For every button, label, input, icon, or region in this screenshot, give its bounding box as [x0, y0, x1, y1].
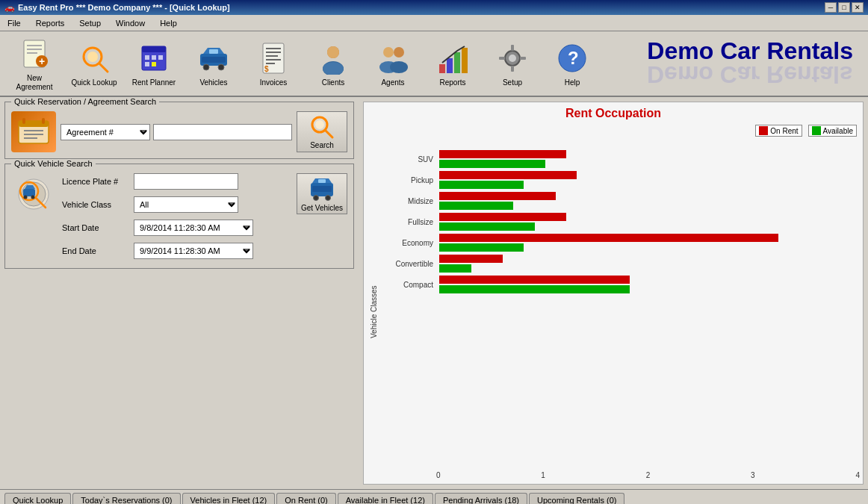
menu-reports[interactable]: Reports: [31, 17, 69, 29]
invoices-icon: $: [255, 40, 291, 76]
x-axis-0: 0: [436, 471, 441, 479]
agents-label: Agents: [381, 78, 404, 87]
tab-quick-lookup[interactable]: Quick Lookup: [4, 493, 71, 504]
svg-rect-45: [499, 57, 505, 60]
search-input[interactable]: [153, 124, 292, 140]
x-axis: 0 1 2 3 4: [381, 470, 860, 481]
company-name-container: Demo Car Rentals Demo Car Rentals: [647, 37, 853, 88]
chart-title: Rent Occupation: [364, 102, 863, 122]
left-panel: Quick Reservation / Agreement Search: [0, 97, 359, 489]
reservation-search-fields: Agreement # First Name Last Name Phone: [61, 124, 292, 140]
menu-help[interactable]: Help: [155, 17, 182, 29]
new-agreement-icon: +: [16, 36, 52, 72]
restore-button[interactable]: □: [838, 2, 850, 13]
help-label: Help: [565, 78, 580, 87]
bar-economy-on-rent: [439, 234, 778, 242]
vehicle-class-row: Vehicle Class All SUV Pickup Midsize Ful…: [62, 196, 291, 213]
svg-rect-3: [27, 52, 37, 54]
bar-pickup-on-rent: [439, 171, 577, 179]
start-date-select[interactable]: 9/8/2014 11:28:30 AM: [134, 220, 253, 236]
menu-window[interactable]: Window: [111, 17, 149, 29]
bar-label-convertible: Convertible: [381, 260, 433, 268]
legend-available-color: [812, 126, 821, 135]
setup-button[interactable]: Setup: [484, 34, 541, 93]
tab-available-in-fleet[interactable]: Available in Fleet (12): [338, 493, 433, 504]
svg-point-31: [327, 46, 339, 58]
svg-point-36: [390, 61, 408, 73]
svg-rect-69: [312, 186, 332, 192]
x-axis-4: 4: [855, 471, 860, 479]
tab-vehicles-in-fleet[interactable]: Vehicles in Fleet (12): [182, 493, 276, 504]
bar-economy-available: [439, 243, 524, 252]
search-button[interactable]: Search: [297, 111, 347, 152]
svg-rect-37: [439, 64, 445, 73]
legend-on-rent-color: [759, 126, 768, 135]
tabs-row: Quick Lookup Today`s Reservations (0) Ve…: [0, 490, 868, 504]
new-agreement-button[interactable]: + NewAgreement: [6, 34, 63, 93]
vehicle-class-select[interactable]: All SUV Pickup Midsize Fullsize Economy …: [134, 196, 238, 213]
bar-group-fullsize: [436, 213, 860, 231]
clients-icon: [315, 40, 351, 76]
svg-text:+: +: [39, 55, 45, 67]
svg-point-20: [218, 64, 224, 70]
tab-pending-arrivals[interactable]: Pending Arrivals (18): [435, 493, 527, 504]
bar-convertible-on-rent: [439, 255, 503, 263]
toolbar: + NewAgreement Quick Lookup: [0, 31, 868, 97]
bar-label-midsize: Midsize: [381, 197, 433, 205]
bar-row-fullsize: Fullsize: [381, 211, 860, 232]
vehicles-label: Vehicles: [199, 78, 227, 87]
bar-group-convertible: [436, 255, 860, 273]
help-button[interactable]: ? Help: [544, 34, 601, 93]
close-button[interactable]: ✕: [852, 2, 864, 13]
get-vehicles-label: Get Vehicles: [301, 204, 343, 212]
svg-rect-25: [266, 55, 278, 57]
get-vehicles-button[interactable]: Get Vehicles: [297, 173, 347, 214]
title-bar-controls[interactable]: ─ □ ✕: [825, 2, 864, 13]
licence-plate-input[interactable]: [134, 173, 238, 190]
main-content: Quick Reservation / Agreement Search: [0, 97, 868, 489]
quick-lookup-button[interactable]: Quick Lookup: [66, 34, 123, 93]
svg-rect-13: [158, 55, 163, 60]
svg-rect-44: [511, 66, 514, 72]
svg-rect-2: [27, 49, 42, 50]
svg-rect-39: [454, 52, 460, 73]
invoices-button[interactable]: $ Invoices: [245, 34, 302, 93]
svg-rect-46: [520, 57, 526, 60]
menu-file[interactable]: File: [3, 17, 25, 29]
bars-content: SUV Pickup: [381, 143, 860, 301]
minimize-button[interactable]: ─: [825, 2, 837, 13]
search-btn-label: Search: [310, 141, 334, 149]
tab-todays-reservations[interactable]: Today`s Reservations (0): [72, 493, 180, 504]
vehicle-form-fields: Licence Plate # Vehicle Class All SUV Pi…: [62, 173, 291, 262]
agents-button[interactable]: Agents: [365, 34, 421, 93]
vehicles-button[interactable]: Vehicles: [185, 34, 242, 93]
x-axis-1: 1: [541, 471, 545, 479]
svg-line-7: [99, 63, 108, 72]
bar-group-suv: [436, 150, 860, 168]
svg-point-70: [314, 196, 319, 201]
svg-point-65: [24, 195, 28, 199]
chart-container: Rent Occupation On Rent Available Vehicl…: [363, 102, 864, 485]
clients-button[interactable]: Clients: [305, 34, 362, 93]
svg-rect-38: [447, 58, 453, 73]
tab-on-rent[interactable]: On Rent (0): [276, 493, 335, 504]
rent-planner-button[interactable]: Rent Planner: [125, 34, 182, 93]
svg-rect-63: [23, 189, 35, 196]
title-bar-left: 🚗 Easy Rent Pro *** Demo Company *** - […: [4, 3, 230, 13]
reports-button[interactable]: Reports: [424, 34, 481, 93]
svg-rect-23: [266, 48, 281, 49]
svg-rect-26: [266, 59, 281, 60]
end-date-select[interactable]: 9/9/2014 11:28:30 AM: [134, 243, 253, 259]
end-date-label: End Date: [62, 246, 129, 255]
search-type-select[interactable]: Agreement # First Name Last Name Phone: [61, 124, 150, 140]
svg-rect-1: [27, 45, 42, 46]
bar-fullsize-available: [439, 223, 535, 231]
bar-convertible-available: [439, 264, 471, 273]
bar-label-fullsize: Fullsize: [381, 218, 433, 226]
svg-rect-55: [42, 118, 45, 124]
svg-rect-52: [24, 134, 43, 135]
bar-group-midsize: [436, 192, 860, 210]
menu-setup[interactable]: Setup: [75, 17, 105, 29]
tab-upcoming-rentals[interactable]: Upcoming Rentals (0): [529, 493, 624, 504]
svg-point-42: [509, 55, 516, 62]
